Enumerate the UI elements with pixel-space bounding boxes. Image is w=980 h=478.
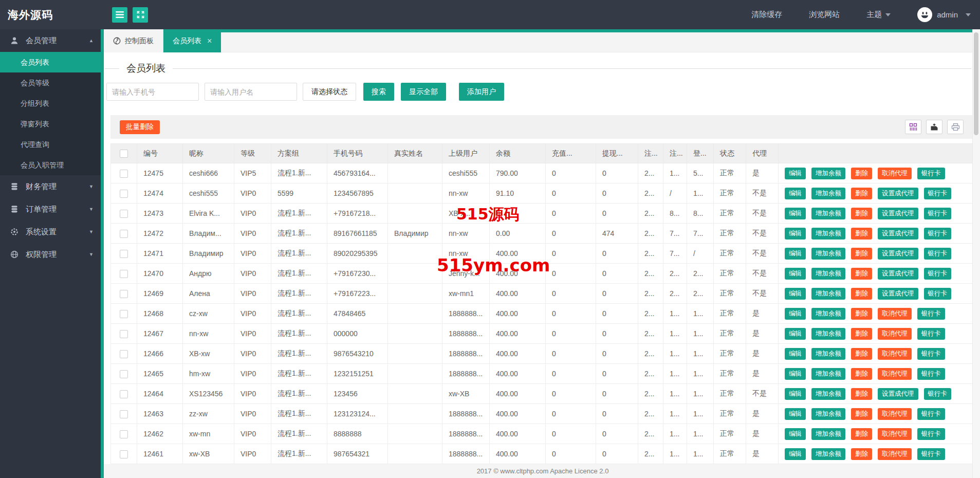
set-agent-button[interactable]: 设置成代理: [878, 188, 918, 199]
cancel-agent-button[interactable]: 取消代理: [878, 168, 912, 179]
tab-dashboard[interactable]: 控制面板: [104, 29, 163, 52]
bank-card-button[interactable]: 银行卡: [917, 348, 945, 360]
close-icon[interactable]: ×: [207, 37, 212, 45]
delete-button[interactable]: 删除: [851, 368, 872, 380]
delete-button[interactable]: 删除: [851, 208, 872, 219]
add-balance-button[interactable]: 增加余额: [811, 408, 845, 420]
delete-button[interactable]: 删除: [851, 388, 872, 400]
sidebar-item-agent-query[interactable]: 代理查询: [0, 134, 101, 155]
set-agent-button[interactable]: 设置成代理: [878, 288, 918, 300]
set-agent-button[interactable]: 设置成代理: [878, 268, 918, 280]
theme-menu[interactable]: 主题: [866, 10, 891, 20]
cancel-agent-button[interactable]: 取消代理: [878, 408, 912, 420]
export-icon[interactable]: [926, 120, 942, 134]
cancel-agent-button[interactable]: 取消代理: [878, 328, 912, 340]
cancel-agent-button[interactable]: 取消代理: [878, 348, 912, 360]
bank-card-button[interactable]: 银行卡: [917, 168, 945, 179]
sidebar-item-group-list[interactable]: 分组列表: [0, 93, 101, 114]
show-all-button[interactable]: 显示全部: [401, 83, 446, 101]
batch-delete-button[interactable]: 批量删除: [120, 120, 160, 134]
bank-card-button[interactable]: 银行卡: [917, 368, 945, 380]
set-agent-button[interactable]: 设置成代理: [878, 248, 918, 260]
bank-card-button[interactable]: 银行卡: [917, 308, 945, 320]
sidebar-toggle-button[interactable]: [112, 7, 127, 23]
set-agent-button[interactable]: 设置成代理: [878, 388, 918, 400]
sidebar-item-orders[interactable]: 订单管理▼: [0, 198, 101, 220]
print-icon[interactable]: [947, 120, 964, 134]
delete-button[interactable]: 删除: [851, 168, 872, 179]
row-checkbox[interactable]: [120, 250, 128, 258]
scrollbar-thumb[interactable]: [974, 32, 978, 135]
sidebar-item-member-level[interactable]: 会员等级: [0, 72, 101, 93]
delete-button[interactable]: 删除: [851, 428, 872, 440]
edit-button[interactable]: 编辑: [785, 328, 806, 340]
sidebar-item-permissions[interactable]: 权限管理▼: [0, 243, 101, 266]
delete-button[interactable]: 删除: [851, 328, 872, 340]
add-balance-button[interactable]: 增加余额: [811, 348, 845, 360]
sidebar-item-finance[interactable]: 财务管理▼: [0, 175, 101, 198]
bank-card-button[interactable]: 银行卡: [924, 388, 952, 400]
row-checkbox[interactable]: [120, 390, 128, 398]
bank-card-button[interactable]: 银行卡: [924, 188, 952, 199]
select-all-checkbox[interactable]: [120, 150, 128, 158]
add-balance-button[interactable]: 增加余额: [811, 188, 845, 199]
fullscreen-button[interactable]: [133, 7, 148, 23]
add-balance-button[interactable]: 增加余额: [811, 228, 845, 240]
delete-button[interactable]: 删除: [851, 188, 872, 199]
add-balance-button[interactable]: 增加余额: [811, 448, 845, 460]
add-balance-button[interactable]: 增加余额: [811, 288, 845, 300]
row-checkbox[interactable]: [120, 210, 128, 218]
bank-card-button[interactable]: 银行卡: [917, 408, 945, 420]
edit-button[interactable]: 编辑: [785, 188, 806, 199]
tab-member-list[interactable]: 会员列表×: [163, 29, 221, 52]
bank-card-button[interactable]: 银行卡: [924, 228, 952, 240]
edit-button[interactable]: 编辑: [785, 268, 806, 280]
delete-button[interactable]: 删除: [851, 288, 872, 300]
add-balance-button[interactable]: 增加余额: [811, 308, 845, 320]
row-checkbox[interactable]: [120, 350, 128, 358]
edit-button[interactable]: 编辑: [785, 388, 806, 400]
row-checkbox[interactable]: [120, 450, 128, 458]
cancel-agent-button[interactable]: 取消代理: [878, 308, 912, 320]
delete-button[interactable]: 删除: [851, 308, 872, 320]
bank-card-button[interactable]: 银行卡: [917, 448, 945, 460]
add-balance-button[interactable]: 增加余额: [811, 248, 845, 260]
delete-button[interactable]: 删除: [851, 408, 872, 420]
set-agent-button[interactable]: 设置成代理: [878, 228, 918, 240]
delete-button[interactable]: 删除: [851, 268, 872, 280]
edit-button[interactable]: 编辑: [785, 168, 806, 179]
cancel-agent-button[interactable]: 取消代理: [878, 448, 912, 460]
search-button[interactable]: 搜索: [363, 83, 394, 101]
edit-button[interactable]: 编辑: [785, 348, 806, 360]
edit-button[interactable]: 编辑: [785, 308, 806, 320]
add-balance-button[interactable]: 增加余额: [811, 388, 845, 400]
add-balance-button[interactable]: 增加余额: [811, 368, 845, 380]
username-input[interactable]: [205, 83, 297, 101]
cancel-agent-button[interactable]: 取消代理: [878, 368, 912, 380]
add-balance-button[interactable]: 增加余额: [811, 268, 845, 280]
browse-site-link[interactable]: 浏览网站: [809, 10, 840, 20]
row-checkbox[interactable]: [120, 230, 128, 238]
columns-icon[interactable]: [905, 120, 921, 134]
bank-card-button[interactable]: 银行卡: [924, 268, 952, 280]
row-checkbox[interactable]: [120, 290, 128, 298]
edit-button[interactable]: 编辑: [785, 288, 806, 300]
sidebar-item-popup-list[interactable]: 弹窗列表: [0, 114, 101, 134]
sidebar-item-members[interactable]: 会员管理▲: [0, 29, 101, 52]
row-checkbox[interactable]: [120, 430, 128, 438]
status-select[interactable]: 请选择状态: [303, 83, 356, 101]
row-checkbox[interactable]: [120, 190, 128, 198]
user-menu[interactable]: admin: [917, 7, 971, 22]
sidebar-item-system[interactable]: 系统设置▼: [0, 220, 101, 243]
clear-cache-link[interactable]: 清除缓存: [751, 10, 782, 20]
sidebar-item-member-entry[interactable]: 会员入职管理: [0, 155, 101, 175]
edit-button[interactable]: 编辑: [785, 248, 806, 260]
row-checkbox[interactable]: [120, 410, 128, 418]
bank-card-button[interactable]: 银行卡: [917, 328, 945, 340]
row-checkbox[interactable]: [120, 330, 128, 338]
bank-card-button[interactable]: 银行卡: [917, 428, 945, 440]
edit-button[interactable]: 编辑: [785, 408, 806, 420]
delete-button[interactable]: 删除: [851, 348, 872, 360]
edit-button[interactable]: 编辑: [785, 428, 806, 440]
delete-button[interactable]: 删除: [851, 248, 872, 260]
